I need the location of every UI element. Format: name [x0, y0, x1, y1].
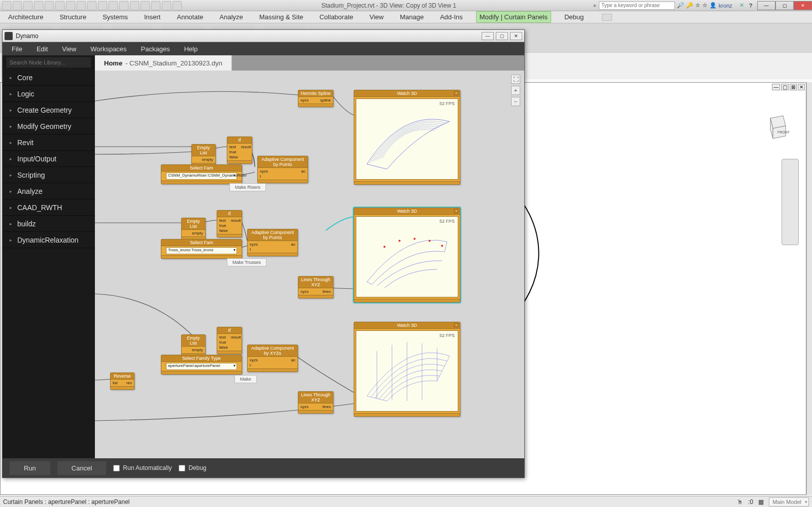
viewport-scrollbar[interactable]	[806, 82, 812, 495]
category-logic[interactable]: Logic	[3, 86, 95, 102]
undo-icon[interactable]	[45, 1, 54, 10]
menu-workspaces[interactable]: Workspaces	[90, 45, 126, 53]
make-risers-button[interactable]: Make Risers	[229, 183, 266, 191]
vcb-icon[interactable]: ⊠	[790, 84, 797, 90]
favorite-icon[interactable]: ☆	[695, 2, 700, 9]
menu-edit[interactable]: Edit	[37, 45, 48, 53]
category-revit[interactable]: Revit	[3, 134, 95, 151]
tab-debug[interactable]: Debug	[561, 12, 587, 22]
ribbon-toggle-icon[interactable]	[602, 14, 612, 21]
menu-packages[interactable]: Packages	[141, 45, 170, 53]
node-reverse[interactable]: Reverse listrev	[110, 373, 134, 390]
tab-massing[interactable]: Massing & Site	[256, 12, 307, 22]
category-scripting[interactable]: Scripting	[3, 167, 95, 183]
category-caad[interactable]: CAAD_RWTH	[3, 199, 95, 216]
debug-checkbox[interactable]: Debug	[179, 464, 206, 471]
node-adaptive-1[interactable]: Adaptive Component by Points xyzstac	[257, 156, 308, 183]
viewcube[interactable]: FRONT	[760, 113, 791, 144]
tab-insert[interactable]: Insert	[141, 12, 164, 22]
dynamo-close-button[interactable]: ✕	[510, 32, 522, 40]
node-if-1[interactable]: If testtruefalseresult	[227, 137, 252, 164]
exchange-icon[interactable]: ✕	[739, 2, 744, 9]
qat-dropdown-icon[interactable]	[173, 1, 182, 10]
workspace-tab-home[interactable]: Home - CSNM_Stadium_20130923.dyn	[95, 55, 232, 71]
node-lines-xyz-2[interactable]: Lines Through XYZ xyzslines	[298, 391, 333, 414]
user-icon[interactable]: 👤	[709, 2, 717, 9]
tab-modify-curtain-panels[interactable]: Modify | Curtain Panels	[476, 11, 551, 23]
node-lines-xyz-1[interactable]: Lines Through XYZ xyzslines	[298, 276, 333, 298]
zoom-in-icon[interactable]: +	[511, 86, 520, 95]
family-dropdown[interactable]: CSNM_DynamoRiser:CSNM_DynamoRiser	[166, 173, 237, 180]
category-io[interactable]: Input/Output	[3, 151, 95, 167]
text-icon[interactable]	[109, 1, 118, 10]
save-icon[interactable]	[23, 1, 32, 10]
node-if-3[interactable]: If testtruefalseresult	[217, 327, 242, 354]
node-watch3d-2[interactable]: Watch 3D× 52 FPS	[354, 208, 460, 302]
category-dynamicrelaxation[interactable]: DynamicRelaxation	[3, 232, 95, 248]
press-drag-icon[interactable]: 🖱	[737, 498, 743, 505]
dynamo-maximize-button[interactable]: ▢	[496, 32, 508, 40]
tab-analyze[interactable]: Analyze	[217, 12, 246, 22]
tab-addins[interactable]: Add-Ins	[437, 12, 466, 22]
close-icon[interactable]: ×	[454, 323, 459, 328]
tab-systems[interactable]: Systems	[99, 12, 131, 22]
view3d-icon[interactable]	[119, 1, 128, 10]
library-search-input[interactable]	[7, 57, 91, 67]
vcb-icon[interactable]: ✕	[798, 84, 805, 90]
category-buildz[interactable]: buildz	[3, 216, 95, 232]
make-button[interactable]: Make	[234, 375, 257, 383]
redo-icon[interactable]	[55, 1, 64, 10]
category-create-geometry[interactable]: Create Geometry	[3, 102, 95, 118]
node-watch3d-1[interactable]: Watch 3D× 52 FPS	[354, 90, 460, 185]
zoom-out-icon[interactable]: −	[511, 97, 520, 106]
node-emptylist-2[interactable]: Empty List empty	[181, 218, 206, 240]
make-trusses-button[interactable]: Make Trusses	[227, 258, 266, 266]
family-type-dropdown[interactable]: aperturePanel:aperturePanel	[166, 363, 237, 370]
node-selectfam-1[interactable]: Select Fam CSNM_DynamoRiser:CSNM_DynamoR…	[161, 164, 242, 184]
node-selectfam-2[interactable]: Select Fam Truss_kronz:Truss_kronz	[161, 239, 242, 259]
open-icon[interactable]	[13, 1, 22, 10]
family-dropdown[interactable]: Truss_kronz:Truss_kronz	[166, 247, 237, 254]
sync-icon[interactable]	[34, 1, 43, 10]
node-emptylist-3[interactable]: Empty List empty	[181, 334, 206, 357]
category-core[interactable]: Core	[3, 70, 95, 86]
vcb-icon[interactable]: ▢	[781, 84, 789, 90]
node-adaptive-2[interactable]: Adaptive Component by Points xyzstac	[247, 229, 298, 256]
help-icon[interactable]: ?	[749, 3, 752, 9]
category-analyze[interactable]: Analyze	[3, 183, 95, 199]
maximize-button[interactable]: ▢	[775, 1, 794, 10]
tab-manage[interactable]: Manage	[397, 12, 427, 22]
workset-combo[interactable]: Main Model	[769, 497, 809, 506]
category-modify-geometry[interactable]: Modify Geometry	[3, 118, 95, 134]
menu-view[interactable]: View	[62, 45, 76, 53]
node-if-2[interactable]: If testtruefalseresult	[217, 210, 242, 238]
run-auto-checkbox[interactable]: Run Automatically	[113, 464, 172, 471]
dynamo-canvas[interactable]: ⛶ + − Hermite Spline xyzsspline Watch 3D…	[95, 71, 524, 458]
navigation-bar[interactable]	[782, 159, 799, 245]
switch-window-icon[interactable]	[162, 1, 171, 10]
subscription-icon[interactable]: 🔎	[677, 2, 684, 9]
print-icon[interactable]	[66, 1, 75, 10]
node-hermite-spline[interactable]: Hermite Spline xyzsspline	[298, 90, 333, 107]
close-icon[interactable]: ×	[454, 209, 459, 214]
tab-architecture[interactable]: Architecture	[5, 12, 46, 22]
cancel-button[interactable]: Cancel	[57, 461, 106, 475]
minimize-button[interactable]: —	[757, 1, 775, 10]
app-menu-icon[interactable]	[2, 1, 11, 10]
node-selectfamtype[interactable]: Select Family Type aperturePanel:apertur…	[161, 355, 242, 375]
vcb-icon[interactable]: —	[772, 84, 780, 90]
help-search-input[interactable]	[599, 2, 675, 10]
tab-view[interactable]: View	[366, 12, 387, 22]
tab-structure[interactable]: Structure	[56, 12, 89, 22]
keys-icon[interactable]: 🔑	[686, 2, 693, 9]
fit-view-icon[interactable]: ⛶	[511, 75, 520, 84]
measure-icon[interactable]	[77, 1, 86, 10]
tab-annotate[interactable]: Annotate	[174, 12, 206, 22]
section-icon[interactable]	[130, 1, 139, 10]
tab-collaborate[interactable]: Collaborate	[316, 12, 356, 22]
thinlines-icon[interactable]	[141, 1, 150, 10]
menu-help[interactable]: Help	[184, 45, 198, 53]
model-groups-icon[interactable]: ▦	[758, 498, 764, 505]
close-icon[interactable]: ×	[454, 91, 459, 96]
share-icon[interactable]: ☆	[702, 2, 707, 9]
